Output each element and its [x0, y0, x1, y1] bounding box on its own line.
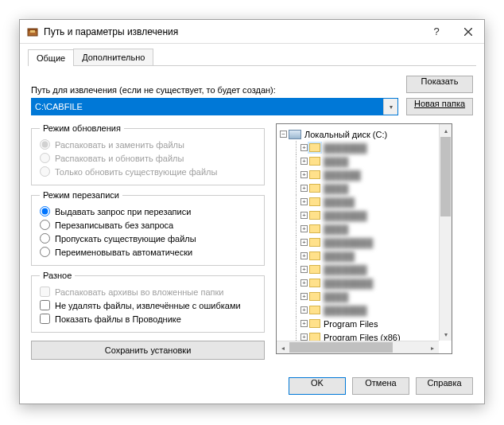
vertical-scrollbar[interactable]: ▴ ▾	[439, 124, 452, 341]
tree-item-label: █████	[324, 197, 355, 207]
folder-icon	[309, 292, 320, 301]
expand-icon[interactable]: +	[300, 158, 308, 165]
overwrite-rename[interactable]: Переименовывать автоматически	[40, 245, 256, 259]
tree-item-label: ███████	[324, 211, 367, 220]
expand-icon[interactable]: +	[300, 252, 308, 259]
folder-icon	[309, 224, 320, 233]
folder-icon	[309, 279, 320, 287]
tree-item-label: █████	[324, 251, 355, 261]
folder-icon	[309, 319, 320, 328]
folder-icon	[309, 197, 320, 206]
tree-item[interactable]: +████	[291, 181, 436, 195]
tab-general[interactable]: Общие	[28, 49, 74, 66]
expand-icon[interactable]: +	[300, 293, 308, 300]
scroll-right-icon[interactable]: ▸	[426, 341, 439, 354]
show-button[interactable]: Показать	[406, 76, 473, 93]
tree-item[interactable]: +████████	[291, 276, 436, 290]
title-bar: Путь и параметры извлечения ?	[20, 20, 484, 44]
update-fresh-only: Только обновить существующие файлы	[40, 165, 256, 178]
expand-icon[interactable]: +	[300, 144, 308, 151]
collapse-icon[interactable]: −	[280, 131, 287, 138]
tree-content: − Локальный диск (C:) +███████+████+████…	[277, 124, 439, 341]
update-extract-replace: Распаковать и заменить файлы	[40, 138, 256, 151]
tree-item[interactable]: +█████	[291, 195, 436, 209]
tree-item[interactable]: +██████	[291, 168, 436, 181]
overwrite-ask[interactable]: Выдавать запрос при перезаписи	[40, 205, 256, 218]
expand-icon[interactable]: +	[300, 306, 308, 314]
tree-item-label: Program Files (x86)	[324, 333, 401, 341]
tree-item-label: ████	[324, 292, 348, 302]
close-button[interactable]	[452, 20, 484, 44]
folder-icon	[309, 238, 320, 247]
overwrite-mode-legend: Режим перезаписи	[40, 190, 122, 200]
tree-item[interactable]: +████████	[291, 236, 436, 249]
overwrite-noask[interactable]: Перезаписывать без запроса	[40, 218, 256, 232]
tab-bar: Общие Дополнительно	[28, 49, 476, 66]
tree-item-label: ████	[324, 157, 348, 166]
tree-item[interactable]: +███████	[291, 263, 436, 276]
help-button[interactable]: ?	[421, 20, 452, 44]
ok-button[interactable]: OK	[289, 377, 346, 395]
path-combobox[interactable]: C:\CABFILE ▾	[31, 98, 398, 115]
folder-icon	[309, 306, 320, 314]
overwrite-mode-group: Режим перезаписи Выдавать запрос при пер…	[31, 190, 265, 266]
app-icon	[26, 25, 39, 38]
tree-item[interactable]: +███████	[291, 303, 436, 317]
folder-tree[interactable]: − Локальный диск (C:) +███████+████+████…	[276, 123, 452, 354]
expand-icon[interactable]: +	[300, 279, 308, 287]
expand-icon[interactable]: +	[300, 239, 308, 246]
cancel-button[interactable]: Отмена	[352, 377, 409, 395]
expand-icon[interactable]: +	[300, 212, 308, 219]
expand-icon[interactable]: +	[300, 171, 308, 178]
tree-root[interactable]: − Локальный диск (C:)	[280, 127, 436, 141]
tree-item[interactable]: +████	[291, 154, 436, 168]
expand-icon[interactable]: +	[300, 266, 308, 273]
path-label: Путь для извлечения (если не существует,…	[31, 85, 398, 95]
tree-item[interactable]: +Program Files	[291, 317, 436, 330]
scroll-down-icon[interactable]: ▾	[440, 328, 452, 341]
scroll-thumb-v[interactable]	[440, 137, 451, 216]
path-value[interactable]: C:\CABFILE	[32, 99, 383, 115]
folder-icon	[309, 157, 320, 166]
folder-icon	[309, 265, 320, 274]
update-mode-legend: Режим обновления	[40, 123, 124, 133]
horizontal-scrollbar[interactable]: ◂ ▸	[277, 341, 439, 353]
tree-item-label: ████	[324, 184, 348, 193]
misc-legend: Разное	[40, 271, 75, 280]
tree-item[interactable]: +████	[291, 222, 436, 236]
expand-icon[interactable]: +	[300, 198, 308, 205]
save-settings-button[interactable]: Сохранить установки	[31, 341, 265, 360]
update-extract-update: Распаковать и обновить файлы	[40, 151, 256, 165]
dialog-window: Путь и параметры извлечения ? Общие Допо…	[19, 19, 485, 404]
tree-item-label: ████	[324, 224, 348, 234]
folder-icon	[309, 333, 320, 341]
expand-icon[interactable]: +	[300, 185, 308, 192]
help-text-button[interactable]: Справка	[416, 377, 473, 395]
misc-keep-broken[interactable]: Не удалять файлы, извлечённые с ошибками	[40, 298, 256, 312]
scroll-left-icon[interactable]: ◂	[277, 341, 289, 354]
tree-item[interactable]: +████	[291, 290, 436, 303]
dialog-body: Путь для извлечения (если не существует,…	[20, 66, 484, 369]
svg-rect-2	[30, 30, 35, 33]
chevron-down-icon[interactable]: ▾	[383, 99, 397, 115]
tree-item[interactable]: +Program Files (x86)	[291, 330, 436, 341]
new-folder-button[interactable]: Новая папка	[406, 98, 473, 115]
tree-item[interactable]: +███████	[291, 141, 436, 154]
folder-icon	[309, 251, 320, 260]
expand-icon[interactable]: +	[300, 333, 308, 341]
tree-item[interactable]: +█████	[291, 249, 436, 263]
scroll-thumb-h[interactable]	[289, 342, 393, 353]
tree-item-label: Program Files	[324, 319, 378, 329]
tree-item-label: ███████	[324, 143, 367, 153]
expand-icon[interactable]: +	[300, 225, 308, 232]
tree-item-label: ████████	[324, 279, 373, 288]
update-mode-group: Режим обновления Распаковать и заменить …	[31, 123, 265, 185]
tab-advanced[interactable]: Дополнительно	[73, 49, 153, 65]
scroll-up-icon[interactable]: ▴	[440, 124, 452, 137]
tree-item-label: ███████	[324, 265, 367, 275]
expand-icon[interactable]: +	[300, 320, 308, 327]
overwrite-skip[interactable]: Пропускать существующие файлы	[40, 232, 256, 245]
tree-item[interactable]: +███████	[291, 209, 436, 222]
misc-show-explorer[interactable]: Показать файлы в Проводнике	[40, 312, 256, 326]
tree-item-label: ████████	[324, 238, 373, 248]
